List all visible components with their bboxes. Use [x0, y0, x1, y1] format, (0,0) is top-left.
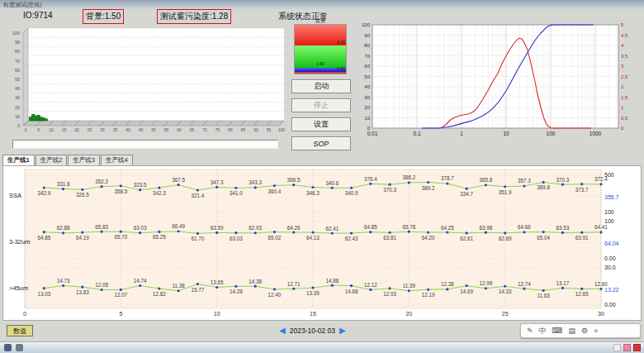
- sop-button[interactable]: SOP: [291, 136, 351, 150]
- left-axis-tick-label: 60: [364, 64, 370, 69]
- data-point: [178, 289, 180, 292]
- prev-date-button[interactable]: ◀: [279, 327, 286, 335]
- data-point-label: 13.17: [556, 280, 570, 286]
- data-point-label: 62.93: [249, 225, 262, 231]
- taskbar-app-icon-2[interactable]: [16, 344, 23, 351]
- data-point-label: 370.3: [556, 177, 570, 183]
- right-axis-tick-label: 1.5: [621, 95, 628, 100]
- data-point: [62, 284, 64, 287]
- x-axis-tick-label: 35: [113, 128, 118, 132]
- data-point-label: 62.69: [499, 236, 512, 241]
- tray-icon-3[interactable]: [633, 344, 641, 351]
- left-axis-tick-label: 70: [364, 54, 370, 59]
- data-point: [158, 186, 160, 188]
- tab-line-3[interactable]: 生产线3: [68, 155, 100, 165]
- y-axis-tick-label: 10: [15, 114, 20, 119]
- x-axis-tick-label: 15: [62, 128, 67, 132]
- data-point-label: 63.98: [480, 225, 493, 231]
- settings-button[interactable]: 设置: [291, 117, 351, 131]
- app-window: 粒度测试(在线) IO:9714 背景:1.50 测试窗污染度:1.28 系统状…: [0, 0, 644, 353]
- x-axis-tick-label: 80: [228, 128, 233, 132]
- start-button[interactable]: 启动: [291, 79, 351, 93]
- data-point-label: 373.7: [575, 187, 589, 193]
- tray-icon-2[interactable]: [623, 344, 631, 351]
- data-point: [120, 231, 122, 233]
- ime-expand-icon[interactable]: »: [594, 324, 598, 337]
- ime-panel-icon[interactable]: ▤: [569, 324, 576, 337]
- x-axis-tick-label: 50: [151, 128, 156, 132]
- ime-keyboard-icon[interactable]: ⌨: [552, 324, 563, 337]
- data-point-label: 14.88: [325, 278, 339, 284]
- data-point-label: 62.41: [325, 226, 339, 231]
- data-point: [523, 184, 525, 187]
- data-point-label: 14.74: [134, 278, 147, 284]
- data-point-label: 13.39: [306, 290, 320, 296]
- data-point: [215, 286, 218, 289]
- data-point: [43, 287, 45, 289]
- left-axis-tick-label: 20: [364, 105, 370, 110]
- data-point: [580, 183, 583, 185]
- current-value: 355.7: [604, 194, 619, 200]
- right-axis-tick-label: 4: [621, 43, 624, 48]
- data-point-label: 14.68: [345, 289, 358, 294]
- io-value: IO:9714: [23, 11, 53, 20]
- values-button[interactable]: 数值: [7, 325, 33, 336]
- ime-pen-icon[interactable]: ✎: [527, 324, 533, 337]
- gauge-label-high: 6.00: [337, 41, 345, 45]
- data-point-label: 65.25: [153, 234, 166, 240]
- data-point-label: 14.28: [230, 289, 243, 294]
- taskbar-app-icon-1[interactable]: [4, 344, 12, 351]
- data-point-label: 14.38: [249, 279, 262, 284]
- data-point-label: 365.8: [480, 177, 493, 183]
- data-point-label: 12.74: [518, 281, 531, 287]
- data-point-label: 367.5: [172, 177, 185, 183]
- x-axis-tick-label: 20: [74, 128, 79, 132]
- data-point: [523, 288, 525, 290]
- data-point-label: 12.65: [575, 291, 589, 297]
- gauge-low-red-zone: [295, 72, 346, 74]
- gauge-label-mid: 1.50: [316, 62, 324, 66]
- data-point: [561, 231, 564, 234]
- ime-settings-icon[interactable]: ⚙: [581, 324, 588, 337]
- x-axis-tick-label: 5: [37, 128, 40, 132]
- data-point: [504, 285, 506, 288]
- data-point-label: 347.3: [211, 179, 224, 185]
- data-point: [100, 289, 102, 291]
- data-point: [178, 184, 180, 186]
- data-point: [292, 231, 295, 233]
- data-point-label: 13.65: [211, 279, 224, 285]
- x-axis-tick-label: 10: [49, 128, 54, 132]
- data-point: [446, 182, 448, 184]
- current-value: 13.22: [604, 287, 619, 293]
- data-point-label: 15.77: [192, 287, 205, 293]
- left-axis-tick-label: 90: [364, 33, 370, 38]
- y-axis-tick-label: 50: [15, 77, 20, 82]
- data-point-label: 12.38: [441, 281, 454, 287]
- tab-line-4[interactable]: 生产线4: [101, 155, 133, 165]
- tray-icon-1[interactable]: [613, 344, 621, 351]
- stop-button[interactable]: 停止: [291, 98, 351, 112]
- axis-min-label: 100: [604, 209, 614, 215]
- x-axis-tick-label: 5: [119, 311, 122, 317]
- left-axis-tick-label: 50: [364, 74, 370, 79]
- x-axis-tick-label: 20: [405, 311, 412, 317]
- data-point: [466, 231, 468, 234]
- data-point-label: 62.43: [345, 236, 358, 241]
- tab-line-1[interactable]: 生产线1: [2, 155, 35, 165]
- tab-line-2[interactable]: 生产线2: [36, 155, 68, 165]
- next-date-button[interactable]: ▶: [339, 327, 346, 335]
- right-axis-tick-label: 3.5: [621, 54, 628, 59]
- data-point-label: 63.03: [134, 225, 147, 231]
- data-point: [388, 287, 391, 289]
- data-point: [561, 184, 564, 186]
- data-point-label: 358.5: [114, 188, 127, 194]
- y-axis-tick-label: 80: [15, 49, 20, 54]
- x-axis-tick-label: 1: [460, 131, 463, 136]
- data-point-label: 64.66: [518, 224, 531, 230]
- ime-lang-indicator[interactable]: 中: [539, 324, 547, 337]
- x-axis-tick-label: 25: [502, 311, 509, 317]
- data-point-label: 12.07: [114, 292, 127, 298]
- data-point-label: 389.8: [537, 184, 550, 190]
- x-axis-tick-label: 10: [214, 311, 220, 317]
- data-point-label: 357.3: [518, 178, 531, 184]
